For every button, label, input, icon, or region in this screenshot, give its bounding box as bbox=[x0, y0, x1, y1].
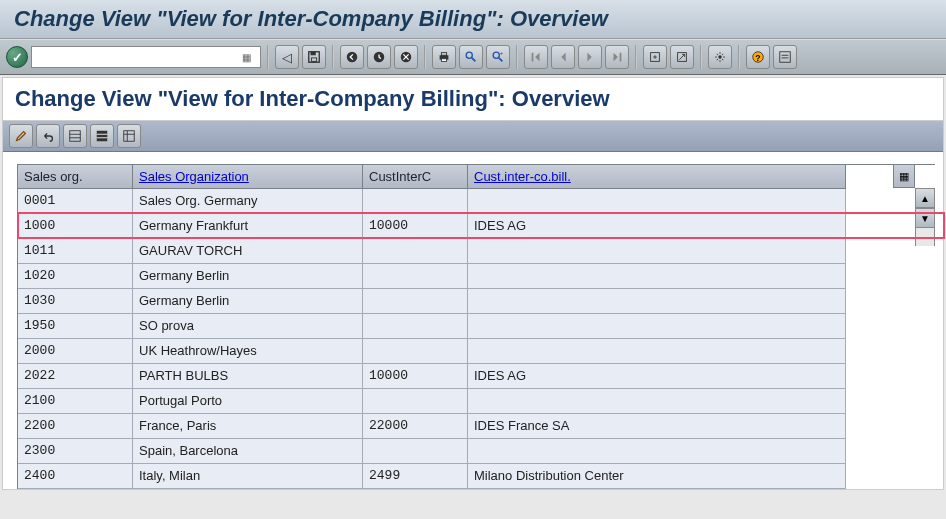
command-field[interactable] bbox=[36, 50, 242, 64]
cell[interactable] bbox=[363, 389, 468, 414]
scroll-up-icon[interactable]: ▲ bbox=[915, 188, 935, 208]
help-icon[interactable]: ? bbox=[746, 45, 770, 69]
cell[interactable] bbox=[468, 339, 846, 364]
find-next-icon[interactable]: + bbox=[486, 45, 510, 69]
cell[interactable]: IDES AG bbox=[468, 214, 846, 239]
exit-icon[interactable] bbox=[367, 45, 391, 69]
col-header-custinterc[interactable]: CustInterC bbox=[363, 165, 468, 189]
cell[interactable] bbox=[468, 289, 846, 314]
print-icon[interactable] bbox=[432, 45, 456, 69]
change-icon[interactable] bbox=[9, 124, 33, 148]
svg-line-12 bbox=[499, 58, 503, 62]
cell[interactable] bbox=[468, 314, 846, 339]
first-page-icon[interactable] bbox=[524, 45, 548, 69]
data-grid: Sales org. Sales Organization CustInterC… bbox=[17, 164, 935, 489]
cell[interactable]: UK Heathrow/Hayes bbox=[133, 339, 363, 364]
svg-rect-2 bbox=[311, 58, 316, 62]
cell[interactable]: 1011 bbox=[18, 239, 133, 264]
command-field-wrap: ▦ bbox=[31, 46, 261, 68]
cell[interactable] bbox=[468, 264, 846, 289]
svg-rect-8 bbox=[441, 59, 446, 62]
cell[interactable] bbox=[363, 339, 468, 364]
svg-text:?: ? bbox=[755, 53, 760, 63]
cell[interactable]: 1000 bbox=[18, 214, 133, 239]
svg-text:+: + bbox=[500, 50, 504, 56]
cell[interactable]: 10000 bbox=[363, 214, 468, 239]
cell[interactable]: SO prova bbox=[133, 314, 363, 339]
cell[interactable]: Spain, Barcelona bbox=[133, 439, 363, 464]
cell[interactable]: PARTH BULBS bbox=[133, 364, 363, 389]
history-back-icon[interactable]: ◁ bbox=[275, 45, 299, 69]
cell[interactable] bbox=[468, 439, 846, 464]
layout-icon[interactable] bbox=[708, 45, 732, 69]
cell[interactable]: Italy, Milan bbox=[133, 464, 363, 489]
separator bbox=[700, 45, 702, 69]
cell[interactable]: 2022 bbox=[18, 364, 133, 389]
deselect-all-icon[interactable] bbox=[90, 124, 114, 148]
cell[interactable] bbox=[363, 314, 468, 339]
cell[interactable]: France, Paris bbox=[133, 414, 363, 439]
cell[interactable]: 2100 bbox=[18, 389, 133, 414]
svg-rect-1 bbox=[311, 52, 316, 56]
enter-button[interactable]: ✓ bbox=[6, 46, 28, 68]
col-header-sales-organization[interactable]: Sales Organization bbox=[133, 165, 363, 189]
cell[interactable] bbox=[363, 439, 468, 464]
window-title: Change View "View for Inter-Company Bill… bbox=[0, 0, 946, 39]
cell[interactable]: 1020 bbox=[18, 264, 133, 289]
find-icon[interactable] bbox=[459, 45, 483, 69]
cell[interactable]: GAURAV TORCH bbox=[133, 239, 363, 264]
cell[interactable] bbox=[468, 189, 846, 214]
content-area: Change View "View for Inter-Company Bill… bbox=[2, 77, 944, 490]
cancel-icon[interactable] bbox=[394, 45, 418, 69]
cell[interactable]: 1030 bbox=[18, 289, 133, 314]
cell[interactable]: 2499 bbox=[363, 464, 468, 489]
cell[interactable] bbox=[363, 264, 468, 289]
cell[interactable] bbox=[363, 289, 468, 314]
cell[interactable] bbox=[468, 239, 846, 264]
cell[interactable]: Milano Distribution Center bbox=[468, 464, 846, 489]
command-helper-icon[interactable]: ▦ bbox=[242, 52, 256, 63]
cell[interactable]: Germany Berlin bbox=[133, 264, 363, 289]
cell[interactable]: IDES France SA bbox=[468, 414, 846, 439]
cell[interactable]: 2200 bbox=[18, 414, 133, 439]
svg-rect-7 bbox=[441, 53, 446, 56]
back-icon[interactable] bbox=[340, 45, 364, 69]
create-session-icon[interactable] bbox=[643, 45, 667, 69]
cell[interactable]: Germany Frankfurt bbox=[133, 214, 363, 239]
scroll-down-icon[interactable]: ▼ bbox=[915, 208, 935, 228]
save-icon[interactable] bbox=[302, 45, 326, 69]
system-toolbar: ✓ ▦ ◁ + bbox=[0, 39, 946, 75]
last-page-icon[interactable] bbox=[605, 45, 629, 69]
prev-page-icon[interactable] bbox=[551, 45, 575, 69]
next-page-icon[interactable] bbox=[578, 45, 602, 69]
cell[interactable]: Portugal Porto bbox=[133, 389, 363, 414]
configure-columns-icon[interactable]: ▦ bbox=[893, 164, 915, 188]
cell[interactable]: 1950 bbox=[18, 314, 133, 339]
svg-point-9 bbox=[466, 52, 472, 58]
cell[interactable]: Germany Berlin bbox=[133, 289, 363, 314]
cell[interactable]: 2400 bbox=[18, 464, 133, 489]
cell[interactable] bbox=[363, 239, 468, 264]
separator bbox=[267, 45, 269, 69]
table-settings-icon[interactable] bbox=[117, 124, 141, 148]
cell[interactable]: Sales Org. Germany bbox=[133, 189, 363, 214]
cell[interactable]: 0001 bbox=[18, 189, 133, 214]
separator bbox=[424, 45, 426, 69]
shortcut-icon[interactable] bbox=[670, 45, 694, 69]
cell[interactable]: 2000 bbox=[18, 339, 133, 364]
undo-icon[interactable] bbox=[36, 124, 60, 148]
cell[interactable]: 10000 bbox=[363, 364, 468, 389]
col-header-cust-interco[interactable]: Cust.inter-co.bill. bbox=[468, 165, 846, 189]
scroll-thumb[interactable] bbox=[915, 228, 935, 246]
cell[interactable]: 2300 bbox=[18, 439, 133, 464]
cell[interactable]: IDES AG bbox=[468, 364, 846, 389]
cell[interactable]: 22000 bbox=[363, 414, 468, 439]
col-header-sales-org[interactable]: Sales org. bbox=[18, 165, 133, 189]
separator bbox=[332, 45, 334, 69]
select-all-icon[interactable] bbox=[63, 124, 87, 148]
menu-icon[interactable] bbox=[773, 45, 797, 69]
page-title: Change View "View for Inter-Company Bill… bbox=[3, 78, 943, 120]
cell[interactable] bbox=[468, 389, 846, 414]
cell[interactable] bbox=[363, 189, 468, 214]
separator bbox=[516, 45, 518, 69]
